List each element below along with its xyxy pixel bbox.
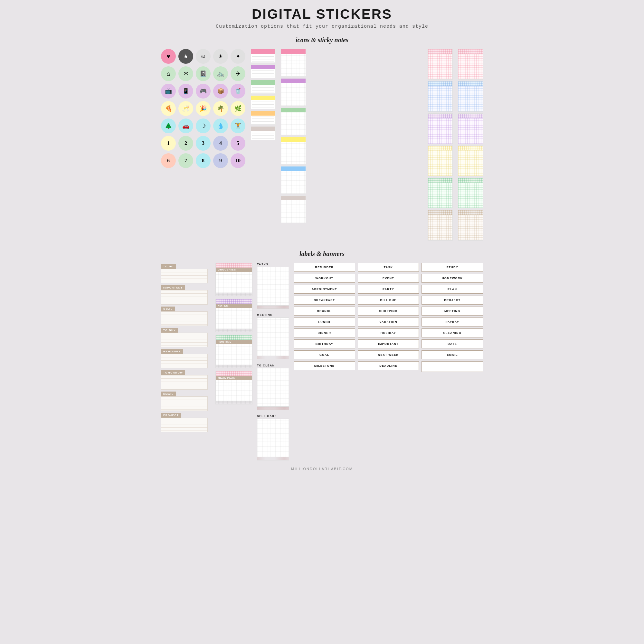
gingham-green	[428, 178, 453, 208]
sticky-pink	[251, 49, 276, 63]
icon-tree[interactable]: 🌲	[161, 118, 176, 133]
labels-grid: TO DO IMPORTANT GOAL TO BUY REMINDER TOM…	[161, 263, 483, 460]
label-email-note	[161, 396, 208, 411]
label-goal-tag: GOAL	[161, 307, 175, 311]
gingham-tan-2	[458, 210, 483, 241]
icon-num-6[interactable]: 6	[161, 153, 176, 168]
icon-screen[interactable]: 📺	[161, 84, 176, 99]
icon-circles-grid: ♥ ★ ☺ ☀ ✦ ⌂ ✉ 📓 🚲 ✈ 📺 📱 🎮 📦 🥤 🍕 🥂 🎉 🌴 🌿 …	[161, 49, 245, 168]
icon-cheers[interactable]: 🥂	[178, 101, 193, 116]
icon-drop[interactable]: 💧	[213, 118, 228, 133]
icon-num-4[interactable]: 4	[213, 136, 228, 151]
label-tobuy: TO BUY	[161, 327, 211, 347]
label-email: EMAIL	[161, 390, 211, 411]
badge-plan: PLAN	[421, 285, 483, 294]
label-tobuy-note	[161, 333, 208, 347]
badge-party: PARTY	[358, 285, 419, 294]
icons-sticky-section: ♥ ★ ☺ ☀ ✦ ⌂ ✉ 📓 🚲 ✈ 📺 📱 🎮 📦 🥤 🍕 🥂 🎉 🌴 🌿 …	[151, 49, 493, 241]
label-important: IMPORTANT	[161, 284, 211, 305]
label-important-note	[161, 290, 208, 305]
icon-num-7[interactable]: 7	[178, 153, 193, 168]
icon-car[interactable]: 🚗	[178, 118, 193, 133]
label-project: PROJECT	[161, 412, 211, 432]
label-todo-tag: TO DO	[161, 264, 176, 269]
icon-num-9[interactable]: 9	[213, 153, 228, 168]
sticky-tan	[251, 126, 276, 140]
label-tobuy-tag: TO BUY	[161, 328, 178, 333]
icon-num-5[interactable]: 5	[231, 136, 245, 151]
icon-sun[interactable]: ☀	[213, 49, 228, 64]
badge-cleaning: CLEANING	[421, 328, 483, 337]
icon-smile[interactable]: ☺	[196, 49, 211, 64]
badge-homework: HOMEWORK	[421, 274, 483, 283]
sticky-col-2	[281, 49, 306, 223]
gingham-blue-2	[458, 81, 483, 112]
mid-mealplan: MEAL PLAN	[215, 371, 252, 404]
sticky-grid-tan	[281, 195, 306, 223]
label-project-note	[161, 418, 208, 432]
sticky-green	[251, 80, 276, 94]
icon-star[interactable]: ★	[178, 49, 193, 64]
sticky-purple	[251, 64, 276, 78]
badge-birthday: BIRTHDAY	[294, 339, 355, 348]
icon-plant[interactable]: 🌿	[231, 101, 245, 116]
badge-study: STUDY	[421, 263, 483, 272]
website-footer: MILLIONDOLLARHABIT.COM	[151, 467, 493, 471]
sticky-grid-green	[281, 108, 306, 135]
gingham-green-2	[458, 178, 483, 208]
badge-holiday: HOLIDAY	[358, 328, 419, 337]
gingham-purple-2	[458, 113, 483, 144]
page-subtitle: Customization options that fit your orga…	[151, 24, 493, 29]
mid-routine: ROUTINE	[215, 335, 252, 368]
gingham-tan	[428, 210, 453, 241]
labels-section: TO DO IMPORTANT GOAL TO BUY REMINDER TOM…	[151, 263, 493, 460]
label-important-tag: IMPORTANT	[161, 285, 185, 290]
icon-cup[interactable]: 🥤	[231, 84, 245, 99]
icon-home[interactable]: ⌂	[161, 66, 176, 81]
badge-deadline: DEADLINE	[358, 361, 419, 370]
badge-date: DATE	[421, 339, 483, 348]
icon-num-3[interactable]: 3	[196, 136, 211, 151]
task-list-col: TASKS MEETING TO CLEAN SELF CARE	[257, 263, 289, 460]
badge-dinner: DINNER	[294, 328, 355, 337]
sticky-yellow	[251, 95, 276, 109]
icon-bike[interactable]: 🚲	[213, 66, 228, 81]
icon-dumbbell[interactable]: 🏋	[231, 118, 245, 133]
mid-groceries: GROCERIES	[215, 263, 252, 296]
icon-plane[interactable]: ✈	[231, 66, 245, 81]
icon-pizza[interactable]: 🍕	[161, 101, 176, 116]
mid-notes: NOTES	[215, 299, 252, 332]
label-goal: GOAL	[161, 305, 211, 326]
badge-event: EVENT	[358, 274, 419, 283]
gingham-blue	[428, 81, 453, 112]
badge-appointment: APPOINTMENT	[294, 285, 355, 294]
icon-sparkle[interactable]: ✦	[231, 49, 245, 64]
icon-num-1[interactable]: 1	[161, 136, 176, 151]
label-todo: TO DO	[161, 263, 211, 283]
gingham-pink-2	[458, 49, 483, 80]
icon-book[interactable]: 📓	[196, 66, 211, 81]
icon-heart[interactable]: ♥	[161, 49, 176, 64]
badge-important: IMPORTANT	[358, 339, 419, 348]
icon-palm[interactable]: 🌴	[213, 101, 228, 116]
badge-columns: REMINDER WORKOUT APPOINTMENT BREAKFAST B…	[294, 263, 483, 372]
icon-num-10[interactable]: 10	[231, 153, 245, 168]
badge-milestone: MILESTONE	[294, 361, 355, 370]
icon-num-8[interactable]: 8	[196, 153, 211, 168]
icon-box[interactable]: 📦	[213, 84, 228, 99]
badge-workout: WORKOUT	[294, 274, 355, 283]
gingham-col-2	[458, 49, 483, 241]
icon-num-2[interactable]: 2	[178, 136, 193, 151]
icon-mail[interactable]: ✉	[178, 66, 193, 81]
icon-tablet[interactable]: 📱	[178, 84, 193, 99]
label-tomorrow: TOMORROW	[161, 369, 211, 390]
task-toclean-grid	[257, 368, 289, 407]
badge-reminder: REMINDER	[294, 263, 355, 272]
badge-nextweek: NEXT WEEK	[358, 350, 419, 359]
gingham-yellow-2	[458, 146, 483, 176]
icon-game[interactable]: 🎮	[196, 84, 211, 99]
mid-check-col: GROCERIES NOTES ROUTINE MEAL PLAN	[215, 263, 252, 404]
icon-moon[interactable]: ☽	[196, 118, 211, 133]
task-meeting-strip	[257, 356, 289, 359]
icon-party[interactable]: 🎉	[196, 101, 211, 116]
